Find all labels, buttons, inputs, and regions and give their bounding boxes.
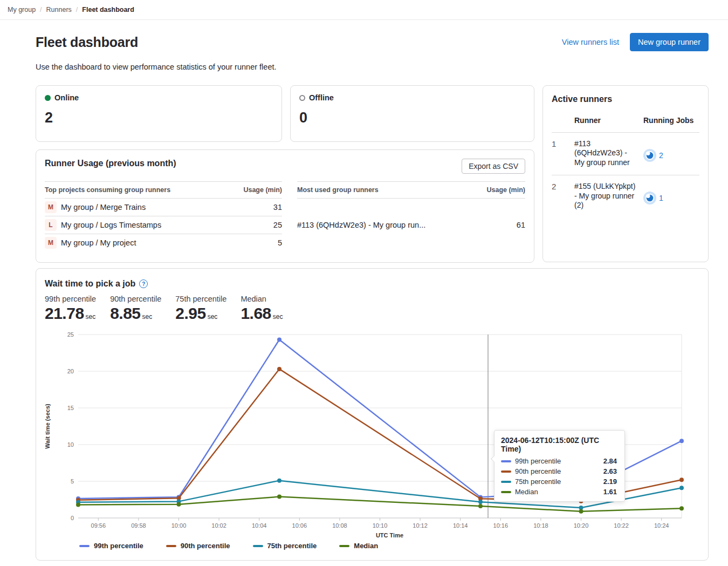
usage-min-header: Usage (min) xyxy=(472,182,525,199)
runner-rank: 2 xyxy=(552,175,574,218)
offline-count: 0 xyxy=(299,110,525,126)
legend-label: 75th percentile xyxy=(267,542,317,550)
chart-tooltip: 2024-06-12T10:15:00Z (UTC Time) 99th per… xyxy=(494,430,625,502)
online-runners-card: Online 2 xyxy=(36,85,282,142)
svg-text:09:58: 09:58 xyxy=(131,522,146,529)
stat-value: 21.78sec xyxy=(45,304,96,323)
breadcrumb-separator: / xyxy=(76,6,78,13)
breadcrumb-link-runners[interactable]: Runners xyxy=(46,6,72,13)
svg-text:10:10: 10:10 xyxy=(373,522,388,529)
series-swatch xyxy=(501,491,511,493)
series-swatch xyxy=(501,481,511,483)
series-swatch xyxy=(166,545,176,547)
running-jobs-link[interactable]: 2 xyxy=(643,149,663,162)
svg-text:10: 10 xyxy=(67,441,74,448)
table-row: 1 #113 (6QHdzW2e3) - My group runner xyxy=(552,132,699,175)
offline-status-icon xyxy=(299,95,305,101)
stat-value: 8.85sec xyxy=(110,304,161,323)
legend-item-75th[interactable]: 75th percentile xyxy=(253,542,317,550)
svg-text:20: 20 xyxy=(67,368,74,374)
series-swatch xyxy=(501,470,511,473)
table-row: #113 (6QHdzW2e3) - My group run... 61 xyxy=(297,199,525,252)
breadcrumb-link-my-group[interactable]: My group xyxy=(8,6,36,13)
page-title: Fleet dashboard xyxy=(36,35,138,50)
tooltip-title: 2024-06-12T10:15:00Z (UTC Time) xyxy=(501,436,617,453)
stat-label: 75th percentile xyxy=(175,295,226,303)
series-swatch xyxy=(253,545,263,547)
series-swatch xyxy=(339,545,349,547)
online-label: Online xyxy=(54,93,79,102)
project-name: My group / Merge Trains xyxy=(61,203,146,212)
legend-label: Median xyxy=(354,542,378,550)
runner-name: #113 (6QHdzW2e3) - My group run... xyxy=(297,199,472,252)
wait-time-card: Wait time to pick a job ? 99th percentil… xyxy=(36,268,709,561)
runner-name: #155 (ULkKYpkpt) - My group runner (2) xyxy=(574,175,643,218)
runner-column-header: Runner xyxy=(574,112,643,132)
running-jobs-link[interactable]: 1 xyxy=(643,192,663,204)
runner-name: #113 (6QHdzW2e3) - My group runner xyxy=(574,132,643,175)
table-row: M My group / My project 5 xyxy=(45,234,282,252)
stat-label: 90th percentile xyxy=(110,295,161,303)
legend-item-median[interactable]: Median xyxy=(339,542,378,550)
stat-value: 1.68sec xyxy=(241,304,283,323)
most-used-runners-table: Most used group runners Usage (min) #113… xyxy=(297,181,525,251)
help-icon[interactable]: ? xyxy=(139,279,148,288)
tooltip-row: Median 1.61 xyxy=(501,488,617,496)
wait-time-stats: 99th percentile 21.78sec 90th percentile… xyxy=(45,295,699,325)
active-runners-card: Active runners Runner Running Jobs 1 #11… xyxy=(542,85,709,262)
project-avatar: M xyxy=(45,201,57,213)
new-group-runner-button[interactable]: New group runner xyxy=(630,33,709,51)
project-name: My group / Logs Timestamps xyxy=(61,221,161,229)
tooltip-row: 99th percentile 2.84 xyxy=(501,457,617,465)
tooltip-series-value: 2.84 xyxy=(603,457,617,465)
series-swatch xyxy=(79,545,90,547)
page-description: Use the dashboard to view performance st… xyxy=(36,63,709,71)
running-status-icon xyxy=(643,192,656,204)
series-swatch xyxy=(501,460,511,462)
top-projects-table: Top projects consuming group runners Usa… xyxy=(45,181,282,251)
svg-text:10:14: 10:14 xyxy=(453,522,468,529)
project-usage: 31 xyxy=(226,199,282,216)
header-actions: View runners list New group runner xyxy=(562,33,709,51)
project-usage: 25 xyxy=(226,216,282,234)
breadcrumb-current: Fleet dashboard xyxy=(82,6,134,13)
svg-text:UTC Time: UTC Time xyxy=(376,532,403,538)
legend-label: 90th percentile xyxy=(181,542,230,550)
view-runners-list-link[interactable]: View runners list xyxy=(562,38,619,46)
online-status-icon xyxy=(45,95,51,101)
svg-text:09:56: 09:56 xyxy=(91,522,106,529)
offline-label: Offline xyxy=(309,93,334,102)
stat-median: Median 1.68sec xyxy=(241,295,283,325)
stat-value: 2.95sec xyxy=(175,304,226,323)
table-row: 2 #155 (ULkKYpkpt) - My group runner (2) xyxy=(552,175,699,218)
page-header: Fleet dashboard View runners list New gr… xyxy=(36,33,709,51)
svg-text:25: 25 xyxy=(67,331,74,338)
wait-time-chart[interactable]: 051015202509:5609:5810:0010:0210:0410:06… xyxy=(45,330,699,542)
most-used-runners-header: Most used group runners xyxy=(297,182,472,199)
svg-text:Wait time (secs): Wait time (secs) xyxy=(44,404,51,449)
usage-min-header: Usage (min) xyxy=(226,182,282,199)
running-jobs-count: 2 xyxy=(659,151,663,160)
table-row: L My group / Logs Timestamps 25 xyxy=(45,216,282,234)
legend-item-90th[interactable]: 90th percentile xyxy=(166,542,230,550)
svg-text:10:24: 10:24 xyxy=(654,522,669,529)
svg-text:5: 5 xyxy=(71,478,74,485)
svg-text:10:20: 10:20 xyxy=(574,522,589,529)
running-status-icon xyxy=(643,149,656,162)
top-projects-header: Top projects consuming group runners xyxy=(45,182,226,199)
svg-text:10:16: 10:16 xyxy=(493,522,509,529)
tooltip-series-name: Median xyxy=(515,488,538,496)
stat-label: Median xyxy=(241,295,283,303)
tooltip-series-value: 2.19 xyxy=(603,478,617,486)
tooltip-series-value: 2.63 xyxy=(603,467,617,475)
legend-item-99th[interactable]: 99th percentile xyxy=(79,542,143,550)
stat-99th-percentile: 99th percentile 21.78sec xyxy=(45,295,96,325)
svg-text:15: 15 xyxy=(67,405,74,411)
export-csv-button[interactable]: Export as CSV xyxy=(462,159,525,174)
svg-text:10:12: 10:12 xyxy=(413,522,428,529)
running-jobs-column-header: Running Jobs xyxy=(643,112,699,132)
svg-text:10:02: 10:02 xyxy=(211,522,226,529)
tooltip-series-name: 75th percentile xyxy=(515,478,561,486)
stat-75th-percentile: 75th percentile 2.95sec xyxy=(175,295,226,325)
project-avatar: L xyxy=(45,219,57,231)
